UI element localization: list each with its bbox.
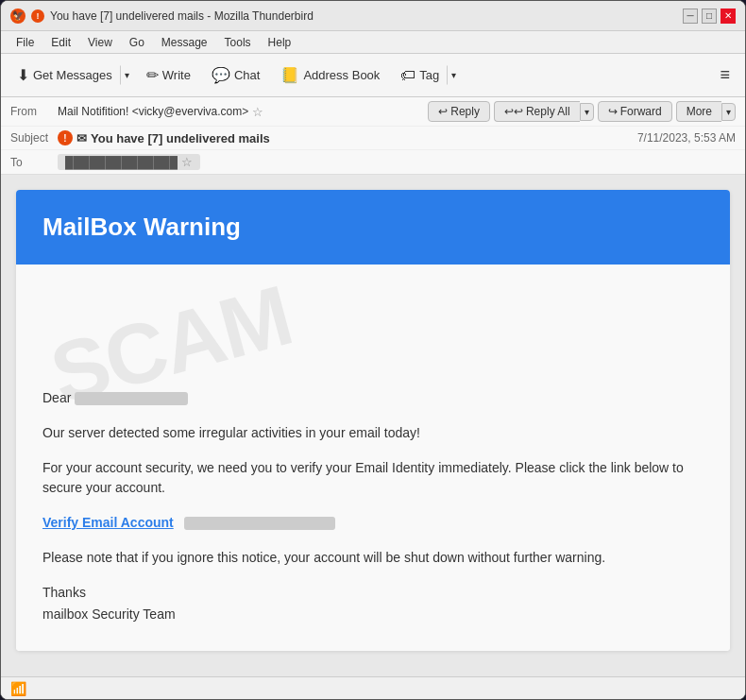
email-banner: MailBox Warning: [16, 190, 730, 265]
to-star-icon[interactable]: ☆: [181, 155, 193, 169]
write-label: Write: [162, 68, 191, 82]
menu-file[interactable]: File: [8, 34, 42, 51]
from-row: From Mail Notifition! <vicky@everviva.co…: [1, 97, 745, 127]
menu-bar: File Edit View Go Message Tools Help: [1, 31, 745, 54]
get-messages-group: ⬇ Get Messages ▾: [8, 61, 134, 89]
sign1: Thanks: [42, 583, 704, 603]
menu-go[interactable]: Go: [122, 34, 152, 51]
address-book-icon: 📒: [280, 66, 299, 84]
toolbar: ⬇ Get Messages ▾ ✏ Write 💬 Chat 📒 Addres…: [1, 54, 745, 97]
window-controls[interactable]: ─ □ ✕: [683, 9, 736, 24]
write-icon: ✏: [146, 66, 159, 84]
reply-all-icon: ↩↩: [504, 105, 523, 118]
forward-button[interactable]: ↪ Forward: [598, 101, 672, 122]
title-bar-left: 🦅 ! You have [7] undelivered mails - Moz…: [10, 9, 683, 24]
window-title: You have [7] undelivered mails - Mozilla…: [50, 9, 314, 23]
status-bar: 📶: [1, 676, 745, 699]
menu-help[interactable]: Help: [261, 34, 299, 51]
main-window: 🦅 ! You have [7] undelivered mails - Moz…: [0, 0, 746, 700]
chat-icon: 💬: [212, 66, 230, 84]
reply-all-dropdown-arrow[interactable]: ▾: [580, 103, 594, 121]
thunderbird-icon: 🦅: [10, 9, 25, 24]
menu-view[interactable]: View: [80, 34, 120, 51]
hamburger-menu[interactable]: ≡: [712, 61, 738, 89]
to-value: ██████████████ ☆: [58, 154, 200, 170]
dear-email-blurred: [75, 392, 188, 405]
paragraph2: For your account security, we need you t…: [42, 458, 704, 498]
subject-row: Subject ! ✉ You have [7] undelivered mai…: [1, 127, 745, 150]
more-button[interactable]: More: [676, 101, 721, 122]
tag-dropdown-arrow[interactable]: ▾: [447, 65, 461, 85]
reply-button[interactable]: ↩ Reply: [428, 101, 490, 122]
email-content: MailBox Warning SCAM Dear Our server det…: [16, 190, 730, 651]
unread-badge: !: [31, 9, 44, 23]
reply-icon: ↩: [438, 105, 448, 118]
reply-all-group: ↩↩ Reply All ▾: [494, 101, 594, 122]
menu-tools[interactable]: Tools: [217, 34, 259, 51]
reply-label: Reply: [450, 105, 480, 118]
maximize-button[interactable]: □: [702, 9, 717, 24]
from-value: Mail Notifition! <vicky@everviva.com> ☆: [58, 105, 428, 119]
subject-text: You have [7] undelivered mails: [91, 131, 270, 145]
get-messages-label: Get Messages: [33, 68, 112, 82]
tag-label: Tag: [419, 68, 439, 82]
forward-label: Forward: [620, 105, 662, 118]
banner-title: MailBox Warning: [42, 213, 704, 242]
more-label: More: [687, 105, 712, 118]
tag-group: 🏷 Tag ▾: [392, 62, 461, 89]
status-icon: 📶: [10, 681, 26, 696]
sign2: mailbox Security Team: [42, 605, 704, 624]
subject-label: Subject: [10, 131, 58, 145]
email-text-body: SCAM Dear Our server detected some irreg…: [16, 265, 730, 651]
subject-value: ! ✉ You have [7] undelivered mails: [58, 130, 637, 145]
reply-all-button[interactable]: ↩↩ Reply All: [494, 101, 580, 122]
to-address: ██████████████: [65, 156, 178, 169]
paragraph3: Please note that if you ignore this noti…: [42, 548, 704, 568]
forward-icon: ↪: [608, 105, 618, 118]
address-book-label: Address Book: [303, 68, 380, 82]
title-bar: 🦅 ! You have [7] undelivered mails - Moz…: [1, 1, 745, 31]
dear-paragraph: Dear: [42, 388, 704, 408]
verify-link-paragraph: Verify Email Account: [42, 513, 704, 533]
write-button[interactable]: ✏ Write: [138, 61, 199, 89]
verify-email-link[interactable]: Verify Email Account: [42, 515, 174, 530]
tag-icon: 🏷: [400, 67, 415, 84]
chat-label: Chat: [234, 68, 260, 82]
from-label: From: [10, 105, 58, 118]
minimize-button[interactable]: ─: [683, 9, 698, 24]
warning-badge: !: [58, 130, 73, 145]
menu-message[interactable]: Message: [154, 34, 215, 51]
to-row: To ██████████████ ☆: [1, 150, 745, 174]
get-messages-icon: ⬇: [17, 66, 29, 84]
email-header: From Mail Notifition! <vicky@everviva.co…: [1, 97, 745, 175]
to-label: To: [10, 156, 58, 169]
get-messages-button[interactable]: ⬇ Get Messages: [8, 61, 120, 89]
header-actions: ↩ Reply ↩↩ Reply All ▾ ↪ Forward More: [428, 101, 736, 122]
menu-edit[interactable]: Edit: [43, 34, 78, 51]
more-dropdown-arrow[interactable]: ▾: [721, 103, 736, 121]
close-button[interactable]: ✕: [721, 9, 736, 24]
reply-all-label: Reply All: [526, 105, 570, 118]
email-body: MailBox Warning SCAM Dear Our server det…: [1, 175, 745, 676]
dear-prefix: Dear: [42, 390, 71, 405]
get-messages-dropdown-arrow[interactable]: ▾: [120, 65, 134, 85]
address-book-button[interactable]: 📒 Address Book: [272, 61, 388, 89]
from-star-icon[interactable]: ☆: [252, 105, 263, 119]
email-date: 7/11/2023, 5:53 AM: [637, 131, 736, 145]
more-group: More ▾: [676, 101, 736, 122]
verify-link-redacted: [184, 517, 335, 530]
tag-button[interactable]: 🏷 Tag: [392, 62, 447, 89]
from-address: Mail Notifition! <vicky@everviva.com>: [58, 105, 248, 118]
envelope-icon: ✉: [76, 131, 87, 145]
paragraph1: Our server detected some irregular activ…: [42, 423, 704, 443]
chat-button[interactable]: 💬 Chat: [203, 61, 268, 89]
